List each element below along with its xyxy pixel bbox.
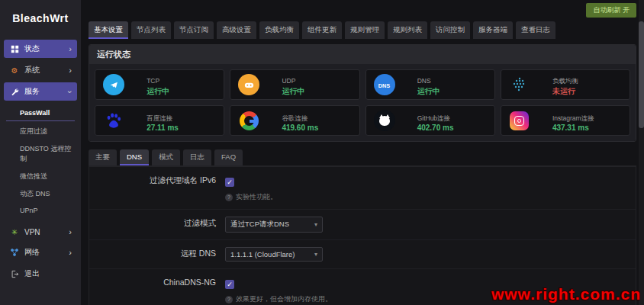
sidebar-item-services[interactable]: 服务 › [4, 82, 77, 101]
main-content: 自动刷新 开 基本设置 节点列表 节点订阅 高级设置 负载均衡 组件更新 规则管… [81, 0, 644, 305]
tab-node-list[interactable]: 节点列表 [131, 21, 171, 39]
settings-subtabs: 主要 DNS 模式 日志 FAQ [89, 149, 636, 165]
tab-view-log[interactable]: 查看日志 [516, 21, 555, 39]
tab-load-balancing[interactable]: 负载均衡 [259, 21, 299, 39]
google-icon [240, 111, 259, 130]
tab-component-update[interactable]: 组件更新 [302, 21, 342, 39]
filter-ipv6-checkbox[interactable]: ✓ [225, 178, 234, 187]
subtab-main[interactable]: 主要 [89, 149, 117, 165]
submenu-item-wechat-push[interactable]: 微信推送 [0, 168, 81, 185]
form-row-filter-mode: 过滤模式 通过TCP请求DNS ▾ [89, 209, 636, 239]
chevron-right-icon: › [69, 249, 72, 257]
dropdown-caret-icon: ▾ [314, 221, 317, 228]
sidebar-item-label: VPN [24, 228, 69, 236]
subtab-mode[interactable]: 模式 [152, 149, 180, 165]
tab-server-side[interactable]: 服务器端 [473, 21, 513, 39]
running-status-panel: 运行状态 TCP 运行中 UDP 运行中 [89, 44, 636, 142]
scrollbar-track[interactable] [639, 0, 644, 305]
panel-title: 运行状态 [89, 45, 636, 64]
card-status: 运行中 [282, 86, 329, 97]
sidebar-item-network[interactable]: 网络 › [4, 243, 77, 262]
watermark: www.right.com.cn [491, 285, 641, 303]
tab-rule-manage[interactable]: 规则管理 [345, 21, 385, 39]
services-submenu: PassWall 应用过滤 DDNSTO 远程控制 微信推送 动态 DNS UP… [0, 104, 81, 221]
sidebar-item-label: 退出 [24, 268, 72, 279]
field-label: 远程 DNS [89, 247, 225, 262]
card-label: 负载均衡 [552, 77, 578, 85]
sidebar-item-label: 系统 [24, 65, 69, 75]
instagram-icon [510, 111, 529, 130]
selected-option: 通过TCP请求DNS [230, 220, 289, 230]
card-label: DNS [417, 77, 431, 85]
status-card-dns: DNS DNS 运行中 [365, 69, 495, 100]
card-label: GitHub连接 [417, 114, 450, 122]
sidebar-item-vpn[interactable]: ✳ VPN › [4, 224, 77, 240]
submenu-item-upnp[interactable]: UPnP [0, 203, 81, 218]
app-logo: BleachWrt [0, 6, 81, 37]
chevron-right-icon: › [69, 66, 72, 75]
tab-access-control[interactable]: 访问控制 [430, 21, 470, 39]
submenu-item-passwall[interactable]: PassWall [6, 105, 75, 121]
subtab-dns[interactable]: DNS [120, 149, 149, 165]
svg-text:DNS: DNS [378, 82, 391, 88]
tab-basic-settings[interactable]: 基本设置 [89, 21, 128, 39]
remote-dns-select[interactable]: 1.1.1.1 (CloudFlare) ▾ [225, 247, 323, 262]
status-card-udp: UDP 运行中 [230, 69, 359, 100]
card-latency: 437.31 ms [552, 124, 600, 132]
card-label: UDP [282, 77, 295, 85]
field-hint: 效果更好，但会增加内存使用。 [236, 294, 332, 304]
card-status: 未运行 [552, 86, 600, 97]
gear-icon: ⚙ [9, 66, 20, 75]
tab-node-subscribe[interactable]: 节点订阅 [174, 21, 214, 39]
chevron-right-icon: › [69, 45, 72, 53]
card-label: 谷歌连接 [282, 114, 308, 122]
card-latency: 402.70 ms [417, 124, 465, 132]
submenu-item-ddns[interactable]: 动态 DNS [0, 185, 81, 203]
network-nodes-icon [9, 248, 20, 257]
logout-icon [9, 270, 20, 278]
github-icon [374, 110, 395, 131]
tab-advanced-settings[interactable]: 高级设置 [217, 21, 256, 39]
form-row-filter-ipv6: 过滤代理域名 IPv6 ✓ ? 实验性功能。 [89, 167, 636, 209]
telegram-icon [103, 74, 124, 95]
dropdown-caret-icon: ▾ [314, 251, 317, 258]
submenu-item-ddnsto[interactable]: DDNSTO 远程控制 [0, 140, 81, 168]
sidebar-item-system[interactable]: ⚙ 系统 › [4, 61, 77, 79]
field-label: 过滤模式 [89, 217, 225, 233]
help-icon: ? [225, 296, 233, 303]
load-balancing-icon [509, 74, 530, 95]
dashboard-grid-icon [9, 45, 20, 53]
status-card-baidu: 百度连接 27.11 ms [95, 105, 224, 136]
scrollbar-thumb[interactable] [639, 21, 644, 128]
card-label: 百度连接 [147, 114, 172, 122]
card-status: 运行中 [147, 86, 194, 97]
field-hint: 实验性功能。 [236, 192, 277, 202]
card-status: 运行中 [417, 86, 465, 97]
chevron-right-icon: › [69, 228, 72, 236]
topbar: 自动刷新 开 [89, 0, 636, 20]
status-card-tcp: TCP 运行中 [95, 69, 224, 100]
subtab-faq[interactable]: FAQ [214, 149, 243, 165]
selected-option: 1.1.1.1 (CloudFlare) [230, 250, 295, 258]
card-label: TCP [147, 77, 159, 85]
sidebar: BleachWrt 状态 › ⚙ 系统 › 服务 › PassWall 应用过滤… [0, 0, 81, 305]
chinadns-ng-checkbox[interactable]: ✓ [225, 280, 234, 289]
sidebar-item-label: 服务 [24, 86, 69, 97]
status-card-google: 谷歌连接 419.60 ms [230, 105, 359, 136]
dns-icon: DNS [374, 74, 395, 95]
chevron-down-icon: › [66, 90, 75, 93]
filter-mode-select[interactable]: 通过TCP请求DNS ▾ [225, 217, 323, 233]
submenu-item-app-filter[interactable]: 应用过滤 [0, 123, 81, 140]
sidebar-item-status[interactable]: 状态 › [4, 40, 77, 58]
vpn-icon: ✳ [9, 228, 20, 236]
auto-refresh-toggle[interactable]: 自动刷新 开 [586, 3, 636, 18]
tab-rule-list[interactable]: 规则列表 [388, 21, 427, 39]
app-root: BleachWrt 状态 › ⚙ 系统 › 服务 › PassWall 应用过滤… [0, 0, 644, 305]
gamepad-icon [238, 74, 259, 95]
wrench-icon [9, 88, 20, 96]
status-cards: TCP 运行中 UDP 运行中 DNS DNS 运行中 [89, 64, 636, 141]
field-label: 过滤代理域名 IPv6 [89, 174, 225, 202]
help-icon: ? [225, 194, 233, 201]
sidebar-item-logout[interactable]: 退出 [4, 265, 77, 283]
subtab-log[interactable]: 日志 [183, 149, 211, 165]
